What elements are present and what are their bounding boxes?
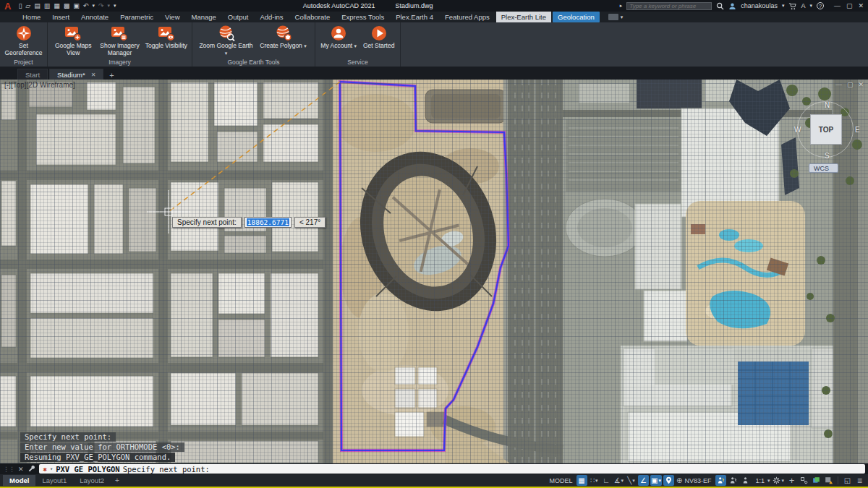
ortho-toggle-icon[interactable]: ∟ (601, 475, 612, 486)
tab-add-ins[interactable]: Add-ins (255, 12, 288, 22)
quick-access-toolbar: ▯ ▱ ▤ ▥ ▦ ▩ ▣ ↶ ▾ ↷ ▾ ▾ (18, 2, 116, 9)
plot-icon[interactable]: ▦ (54, 2, 60, 9)
customize-wrench-icon[interactable] (27, 465, 35, 473)
search-input[interactable] (626, 2, 712, 10)
viewcube-north[interactable]: N (825, 101, 830, 109)
layout-tab-model[interactable]: Model (3, 475, 35, 486)
tab-view[interactable]: View (160, 12, 184, 22)
tab-output[interactable]: Output (223, 12, 254, 22)
grid-toggle-icon[interactable]: ▦ (576, 475, 587, 486)
tab-parametric[interactable]: Parametric (115, 12, 158, 22)
my-account-caret-icon: ▾ (354, 43, 357, 48)
tab-insert[interactable]: Insert (47, 12, 75, 22)
polar-tracking-icon[interactable]: ∡▾ (613, 475, 624, 486)
geolocation-pin-icon[interactable] (663, 475, 674, 486)
my-account-button[interactable]: My Account ▾ (318, 24, 359, 50)
file-tab-stadium[interactable]: Stadium* ✕ (49, 69, 103, 80)
create-polygon-button[interactable]: Create Polygon ▾ (257, 24, 310, 50)
object-snap-icon[interactable]: ▣▾ (650, 475, 662, 486)
annotation-visibility-icon[interactable] (715, 475, 726, 486)
model-space-toggle[interactable]: MODEL (548, 477, 575, 484)
print-icon[interactable]: ▣ (73, 2, 80, 9)
coordinate-system-button[interactable]: ⊕ NV83-EF (676, 475, 714, 486)
saveas-icon[interactable]: ▥ (44, 2, 51, 9)
viewcube-east[interactable]: E (855, 126, 860, 134)
tab-annotate[interactable]: Annotate (76, 12, 114, 22)
search-icon[interactable] (716, 2, 724, 10)
file-tab-start[interactable]: Start (17, 69, 48, 80)
drawing-area[interactable]: [-][Top][2D Wireframe] — ▢ ✕ N S W E TOP… (0, 80, 868, 463)
zoom-google-earth-button[interactable]: Zoom Google Earth ▾ (197, 24, 255, 56)
command-bar-grip[interactable]: ⋮⋮ (3, 466, 14, 473)
tab-home[interactable]: Home (17, 12, 46, 22)
user-caret-icon[interactable]: ▾ (782, 3, 785, 9)
save-icon[interactable]: ▤ (34, 2, 41, 9)
cart-icon[interactable] (788, 2, 796, 10)
new-icon[interactable]: ▯ (18, 2, 22, 9)
undo-caret-icon[interactable]: ▾ (92, 3, 95, 9)
close-button[interactable]: ✕ (858, 2, 864, 9)
recent-commands-caret-icon[interactable]: ▾ (50, 466, 53, 472)
tab-plex-earth-lite[interactable]: Plex-Earth Lite (496, 12, 551, 22)
distance-input[interactable]: 18862.6771 (244, 217, 292, 228)
tab-manage[interactable]: Manage (187, 12, 221, 22)
drawing-close-icon[interactable]: ✕ (858, 81, 864, 88)
open-icon[interactable]: ▱ (25, 2, 30, 9)
quick-properties-icon[interactable] (799, 475, 809, 486)
globe-icon: ⊕ (676, 476, 682, 484)
viewcube-south[interactable]: S (825, 152, 830, 160)
graphics-performance-icon[interactable] (823, 475, 834, 486)
show-imagery-manager-button[interactable]: Show Imagery Manager (97, 24, 142, 56)
toggle-visibility-button[interactable]: Toggle Visibility (144, 24, 189, 50)
zoom-google-earth-caret-icon: ▾ (225, 51, 228, 56)
viewcube[interactable]: N S W E TOP WCS ▾ (793, 97, 859, 178)
new-layout-button[interactable]: + (111, 476, 124, 484)
tab-geolocation[interactable]: Geolocation (553, 12, 600, 22)
new-drawing-tab-button[interactable]: + (105, 71, 118, 80)
redo-icon[interactable]: ↷ (98, 2, 104, 9)
google-maps-view-button[interactable]: Google Maps View (51, 24, 95, 56)
zoom-google-earth-icon (218, 25, 235, 42)
set-georeference-button[interactable]: Set Georeference (3, 24, 44, 56)
app-store-caret-icon[interactable]: ▾ (809, 3, 812, 9)
viewport-controls[interactable]: [-][Top][2D Wireframe] (4, 81, 75, 89)
drawing-restore-icon[interactable]: ▢ (847, 81, 854, 88)
viewcube-west[interactable]: W (794, 126, 801, 134)
publish-icon[interactable]: ▩ (64, 2, 70, 9)
file-tab-close-icon[interactable]: ✕ (91, 72, 96, 78)
osnap-tracking-icon[interactable]: ∠ (638, 475, 649, 486)
layout-tab-layout1[interactable]: Layout1 (35, 475, 73, 486)
annotation-monitor-icon[interactable]: + (786, 475, 797, 486)
autocad-logo-icon[interactable]: A (4, 1, 11, 11)
undo-icon[interactable]: ↶ (83, 2, 89, 9)
tab-collaborate[interactable]: Collaborate (290, 12, 336, 22)
redo-caret-icon[interactable]: ▾ (107, 3, 110, 9)
units-layers-icon[interactable] (811, 475, 822, 486)
workspace-gear-icon[interactable]: ▾ (772, 475, 785, 486)
isodraft-icon[interactable]: ╲▾ (626, 475, 637, 486)
ribbon-display-toggle[interactable]: ▾ (608, 12, 624, 22)
viewcube-wcs-menu[interactable]: WCS ▾ (809, 163, 838, 173)
tab-featured-apps[interactable]: Featured Apps (440, 12, 495, 22)
qat-customize-icon[interactable]: ▾ (114, 3, 116, 9)
annotation-autoscale-icon[interactable] (728, 475, 739, 486)
command-bar-close-icon[interactable]: ✕ (18, 466, 24, 473)
annotation-scale-button[interactable]: 1:1▾ (752, 475, 770, 486)
restore-button[interactable]: ▢ (846, 2, 853, 9)
layout-tab-layout2[interactable]: Layout2 (73, 475, 111, 486)
annotation-scale-person-icon[interactable] (740, 475, 751, 486)
app-store-icon[interactable]: A (801, 2, 805, 9)
search-expand-icon[interactable]: ▸ (620, 3, 623, 9)
tab-express-tools[interactable]: Express Tools (336, 12, 389, 22)
snap-toggle-icon[interactable]: ∷▾ (589, 475, 600, 486)
minimize-button[interactable]: — (834, 2, 841, 9)
clean-screen-icon[interactable]: ◱ (842, 475, 853, 486)
drawing-minimize-icon[interactable]: — (835, 81, 842, 88)
get-started-button[interactable]: Get Started (360, 24, 397, 50)
tab-plex-earth-4[interactable]: Plex.Earth 4 (391, 12, 438, 22)
viewcube-top-face[interactable]: TOP (810, 114, 842, 145)
help-icon[interactable]: ? (817, 2, 824, 9)
signed-in-user[interactable]: chanakoulas (741, 2, 778, 9)
command-input[interactable]: ✱ ▾ PXV_GE_POLYGON Specify next point: (39, 464, 865, 474)
customization-menu-icon[interactable]: ≡ (854, 475, 865, 486)
